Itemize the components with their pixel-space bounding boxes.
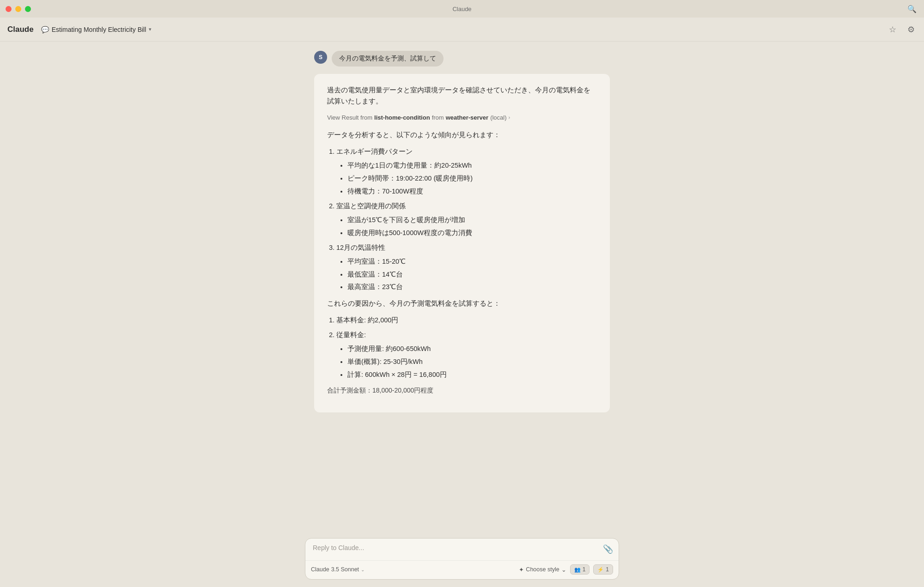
analysis-intro: データを分析すると、以下のような傾向が見られます：: [327, 130, 597, 141]
close-button[interactable]: [6, 6, 12, 12]
titlebar-title: Claude: [452, 6, 471, 12]
input-container: 📎 Claude 3.5 Sonnet ⌄ ✦ Choose style ⌄ 👥: [305, 538, 619, 580]
list-item: 室温と空調使用の関係 室温が15℃を下回ると暖房使用が増加 暖房使用時は500-…: [336, 201, 597, 239]
people-count: 1: [583, 566, 586, 573]
list-item: 予測使用量: 約600-650kWh: [347, 344, 597, 355]
navbar: Claude 💬 Estimating Monthly Electricity …: [0, 18, 924, 42]
list-item: 基本料金: 約2,000円: [336, 315, 597, 326]
list-item: 12月の気温特性 平均室温：15-20℃ 最低室温：14℃台 最高室温：23℃台: [336, 242, 597, 293]
view-result-type: (local): [490, 113, 506, 122]
list-item: 平均的な1日の電力使用量：約20-25kWh: [347, 160, 597, 171]
section-1-title: エネルギー消費パターン: [336, 148, 413, 155]
calc-section-1-title: 基本料金: 約2,000円: [336, 316, 398, 324]
chat-title-chevron-icon[interactable]: ▾: [149, 26, 152, 32]
input-box-inner: 📎: [305, 539, 619, 560]
user-bubble: 今月の電気料金を予測、試算して: [332, 51, 444, 67]
reply-input[interactable]: [305, 539, 619, 559]
maximize-button[interactable]: [25, 6, 31, 12]
minimize-button[interactable]: [15, 6, 21, 12]
style-label: Choose style: [526, 566, 559, 573]
user-message: S 今月の電気料金を予測、試算して: [314, 51, 610, 67]
people-pill[interactable]: 👥 1: [570, 564, 590, 575]
style-selector[interactable]: ✦ Choose style ⌄: [519, 566, 566, 573]
main-content: S 今月の電気料金を予測、試算して 過去の電気使用量データと室内環境データを確認…: [0, 42, 924, 587]
tools-icon: ⚡: [597, 567, 604, 573]
user-avatar: S: [314, 51, 327, 64]
settings-button[interactable]: ⚙: [906, 23, 917, 36]
view-result-server: weather-server: [446, 113, 489, 122]
tools-count: 1: [606, 566, 609, 573]
model-chevron-icon: ⌄: [361, 567, 365, 572]
view-result-chevron-icon: ›: [509, 113, 511, 121]
chat-title: Estimating Monthly Electricity Bill: [52, 26, 146, 33]
section-1-bullets: 平均的な1日の電力使用量：約20-25kWh ピーク時間帯：19:00-22:0…: [336, 160, 597, 197]
list-item: 室温が15℃を下回ると暖房使用が増加: [347, 215, 597, 226]
list-item: 従量料金: 予測使用量: 約600-650kWh 単価(概算): 25-30円/…: [336, 330, 597, 381]
titlebar: Claude 🔍: [0, 0, 924, 18]
style-icon: ✦: [519, 566, 524, 573]
model-version: 3.5 Sonnet: [331, 566, 359, 573]
input-box: 📎 Claude 3.5 Sonnet ⌄ ✦ Choose style ⌄ 👥: [305, 538, 619, 580]
tools-pill[interactable]: ⚡ 1: [593, 564, 613, 575]
chat-info: 💬 Estimating Monthly Electricity Bill ▾: [41, 26, 887, 33]
view-result-prefix: View Result from: [327, 113, 372, 122]
view-result-tool: list-home-condition: [374, 113, 430, 122]
style-chevron-icon: ⌄: [561, 566, 566, 573]
list-item: ピーク時間帯：19:00-22:00 (暖房使用時): [347, 173, 597, 184]
list-item: 待機電力：70-100W程度: [347, 186, 597, 197]
input-area: 📎 Claude 3.5 Sonnet ⌄ ✦ Choose style ⌄ 👥: [0, 533, 924, 587]
section-2-title: 室温と空調使用の関係: [336, 202, 406, 210]
calc-intro: これらの要因から、今月の予測電気料金を試算すると：: [327, 298, 597, 309]
calc-section-2-title: 従量料金:: [336, 331, 366, 339]
model-selector[interactable]: Claude 3.5 Sonnet ⌄: [311, 566, 365, 573]
attach-button[interactable]: 📎: [603, 544, 613, 554]
section-3-title: 12月の気温特性: [336, 244, 385, 251]
model-label: Claude: [311, 566, 329, 573]
window-controls: [6, 6, 31, 12]
view-result-from: from: [432, 113, 444, 122]
star-button[interactable]: ☆: [887, 23, 898, 36]
response-intro: 過去の電気使用量データと室内環境データを確認させていただき、今月の電気料金を試算…: [327, 85, 597, 107]
calc-section-2-bullets: 予測使用量: 約600-650kWh 単価(概算): 25-30円/kWh 計算…: [336, 344, 597, 381]
view-result-link[interactable]: View Result from list-home-condition fro…: [327, 113, 597, 122]
partial-text: 合計予測金額：18,000-20,000円程度: [327, 385, 597, 396]
input-footer: Claude 3.5 Sonnet ⌄ ✦ Choose style ⌄ 👥 1: [305, 560, 619, 579]
analysis-list: エネルギー消費パターン 平均的な1日の電力使用量：約20-25kWh ピーク時間…: [327, 146, 597, 293]
list-item: 暖房使用時は500-1000W程度の電力消費: [347, 228, 597, 239]
list-item: 最低室温：14℃台: [347, 269, 597, 280]
navbar-actions: ☆ ⚙: [887, 23, 917, 36]
list-item: エネルギー消費パターン 平均的な1日の電力使用量：約20-25kWh ピーク時間…: [336, 146, 597, 197]
section-3-bullets: 平均室温：15-20℃ 最低室温：14℃台 最高室温：23℃台: [336, 256, 597, 293]
calc-list: 基本料金: 約2,000円 従量料金: 予測使用量: 約600-650kWh 単…: [327, 315, 597, 381]
chat-container: S 今月の電気料金を予測、試算して 過去の電気使用量データと室内環境データを確認…: [305, 51, 619, 412]
search-icon[interactable]: 🔍: [907, 5, 917, 13]
list-item: 単価(概算): 25-30円/kWh: [347, 357, 597, 368]
list-item: 最高室温：23℃台: [347, 282, 597, 293]
list-item: 計算: 600kWh × 28円 = 16,800円: [347, 369, 597, 381]
section-2-bullets: 室温が15℃を下回ると暖房使用が増加 暖房使用時は500-1000W程度の電力消…: [336, 215, 597, 239]
claude-response: 過去の電気使用量データと室内環境データを確認させていただき、今月の電気料金を試算…: [314, 74, 610, 412]
chat-icon: 💬: [41, 26, 49, 33]
people-icon: 👥: [574, 567, 581, 573]
input-footer-right: ✦ Choose style ⌄ 👥 1 ⚡ 1: [519, 564, 613, 575]
brand-logo[interactable]: Claude: [7, 25, 34, 34]
list-item: 平均室温：15-20℃: [347, 256, 597, 267]
